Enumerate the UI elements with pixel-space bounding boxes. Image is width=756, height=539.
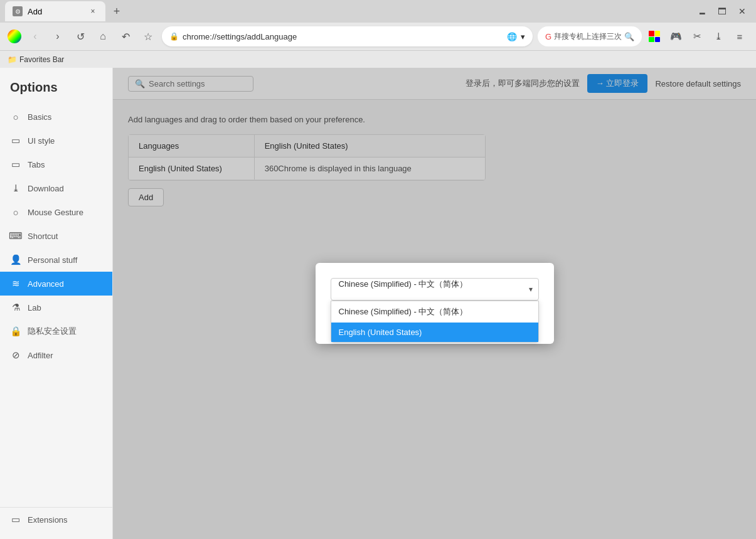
tab-title: Add (28, 7, 42, 16)
sidebar-item-label: Mouse Gesture (28, 208, 83, 217)
app-logo (8, 29, 21, 43)
main-area: Options ○ Basics ▭ UI style ▭ Tabs ⤓ Dow… (0, 68, 756, 539)
browser-window: ⚙ Add × + 🗕 🗖 ✕ ‹ › ↺ ⌂ ↶ ☆ 🔒 chrome://s… (0, 0, 756, 539)
back-btn[interactable]: ‹ (26, 28, 44, 45)
sidebar-item-ui-style[interactable]: ▭ UI style (0, 129, 112, 152)
extensions-nav-icon: ▭ (10, 514, 21, 525)
sidebar-item-shortcut[interactable]: ⌨ Shortcut (0, 224, 112, 248)
mouse-gesture-icon: ○ (10, 206, 21, 218)
bookmark-btn[interactable]: ☆ (139, 28, 157, 45)
shortcut-icon: ⌨ (10, 230, 21, 242)
extensions-icon[interactable] (646, 28, 663, 45)
basics-icon: ○ (10, 111, 21, 122)
sidebar-item-label: Adfilter (28, 351, 53, 360)
tab-bar: ⚙ Add × + 🗕 🗖 ✕ (0, 0, 756, 23)
home-btn[interactable]: ⌂ (94, 28, 112, 45)
toolbar-right: G 拜搜专机上连择三次 🔍 🎮 ✂ ⤓ ≡ (538, 26, 748, 46)
translate-arrow-icon: ▾ (521, 32, 525, 41)
games-icon[interactable]: 🎮 (667, 28, 684, 45)
sidebar-item-advanced[interactable]: ≋ Advanced (0, 272, 112, 296)
restore-window-btn[interactable]: 🗕 (693, 3, 711, 20)
download-icon[interactable]: ⤓ (710, 28, 727, 45)
tab-icon: ⚙ (13, 6, 23, 16)
sidebar-item-basics[interactable]: ○ Basics (0, 105, 112, 129)
history-btn[interactable]: ↶ (117, 28, 134, 45)
sidebar-item-personal-stuff[interactable]: 👤 Personal stuff (0, 248, 112, 272)
sidebar-item-lab[interactable]: ⚗ Lab (0, 296, 112, 319)
address-bar[interactable]: 🔒 chrome://settings/addLanguage 🌐 ▾ (162, 26, 533, 46)
sidebar-item-extensions[interactable]: ▭ Extensions (0, 508, 112, 531)
content-area: 🔍 登录后，即可多端同步您的设置 → 立即登录 Restore default … (113, 68, 756, 539)
favorites-label: Favorites Bar (19, 55, 64, 64)
close-window-btn[interactable]: ✕ (733, 3, 751, 20)
sidebar-title: Options (0, 75, 112, 105)
advanced-icon: ≋ (10, 278, 21, 289)
sidebar-item-label: Personal stuff (28, 255, 77, 265)
favorites-bar: 📁 Favorites Bar (0, 50, 756, 68)
dropdown-option-chinese[interactable]: Chinese (Simplified) - 中文（简体） (331, 301, 538, 323)
modal-overlay: Chinese (Simplified) - 中文（简体） ▾ Chinese … (113, 68, 756, 539)
sidebar-item-adfilter[interactable]: ⊘ Adfilter (0, 343, 112, 367)
tabs-icon: ▭ (10, 159, 21, 170)
tab-close-btn[interactable]: × (88, 6, 98, 16)
scissors-icon[interactable]: ✂ (688, 28, 706, 45)
lab-icon: ⚗ (10, 302, 21, 313)
address-lock-icon: 🔒 (169, 32, 179, 41)
language-dropdown-wrap[interactable]: Chinese (Simplified) - 中文（简体） ▾ Chinese … (331, 278, 539, 301)
sidebar-item-label: UI style (28, 136, 55, 146)
menu-icon[interactable]: ≡ (731, 28, 748, 45)
personal-stuff-icon: 👤 (10, 254, 21, 265)
sidebar-item-privacy[interactable]: 🔒 隐私安全设置 (0, 319, 112, 343)
sidebar-item-label: Basics (28, 112, 51, 122)
active-tab[interactable]: ⚙ Add × (5, 1, 105, 21)
sidebar: Options ○ Basics ▭ UI style ▭ Tabs ⤓ Dow… (0, 68, 113, 539)
sidebar-item-label: 隐私安全设置 (28, 326, 77, 337)
address-text: chrome://settings/addLanguage (183, 32, 297, 41)
language-dropdown[interactable]: Chinese (Simplified) - 中文（简体） (331, 278, 539, 301)
search-placeholder: 拜搜专机上连择三次 (554, 31, 622, 42)
forward-btn[interactable]: › (49, 28, 67, 45)
favorites-icon: 📁 (8, 55, 17, 64)
sidebar-item-label: Advanced (28, 279, 64, 289)
add-language-dialog: Chinese (Simplified) - 中文（简体） ▾ Chinese … (316, 263, 554, 344)
adfilter-icon: ⊘ (10, 350, 21, 361)
window-controls: 🗕 🗖 ✕ (693, 3, 751, 20)
sidebar-item-label: Download (28, 184, 64, 193)
maximize-window-btn[interactable]: 🗖 (713, 3, 731, 20)
sidebar-item-label: Tabs (28, 160, 45, 169)
sidebar-item-tabs[interactable]: ▭ Tabs (0, 152, 112, 176)
search-icon: 🔍 (624, 32, 634, 41)
address-bar-area: ‹ › ↺ ⌂ ↶ ☆ 🔒 chrome://settings/addLangu… (0, 23, 756, 50)
sidebar-item-label: Lab (28, 303, 41, 312)
sidebar-item-label: Shortcut (28, 232, 58, 241)
ui-style-icon: ▭ (10, 135, 21, 146)
address-right: 🌐 ▾ (507, 32, 525, 41)
translate-icon: 🌐 (507, 32, 517, 41)
sidebar-item-label: Extensions (28, 515, 68, 525)
sidebar-item-download[interactable]: ⤓ Download (0, 176, 112, 200)
new-tab-button[interactable]: + (108, 3, 125, 20)
dropdown-list: Chinese (Simplified) - 中文（简体） English (U… (331, 301, 539, 343)
dropdown-option-english[interactable]: English (United States) (331, 323, 538, 342)
privacy-icon: 🔒 (10, 326, 21, 337)
search-box[interactable]: G 拜搜专机上连择三次 🔍 (538, 26, 642, 46)
sidebar-item-mouse-gesture[interactable]: ○ Mouse Gesture (0, 200, 112, 224)
dropdown-value: Chinese (Simplified) - 中文（简体） (339, 279, 468, 289)
reload-btn[interactable]: ↺ (72, 28, 89, 45)
download-nav-icon: ⤓ (10, 183, 21, 194)
